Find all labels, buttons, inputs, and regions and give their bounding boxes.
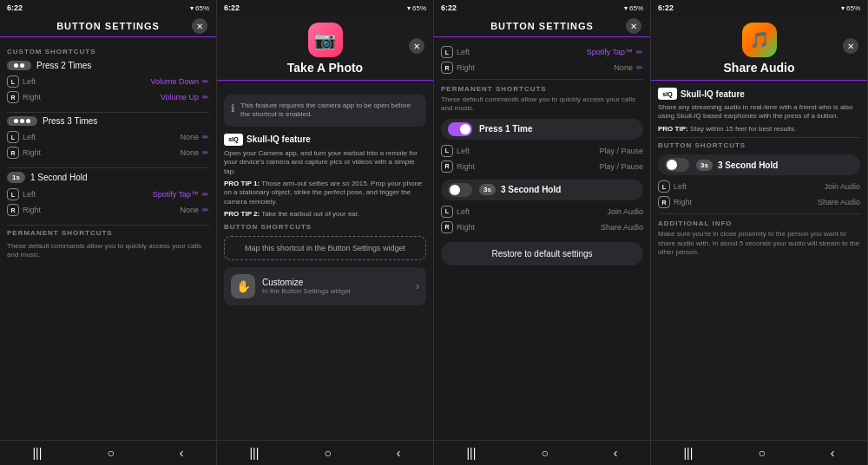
status-icons-2: ▾ 65% [407, 4, 426, 12]
bottom-nav-3: ||| ○ ‹ [434, 440, 650, 465]
hold3s-toggle-row: 3s 3 Second Hold [441, 180, 643, 200]
customize-row[interactable]: ✋ Customize In the Button Settings widge… [224, 267, 426, 305]
press3-label: Press 3 Times [43, 116, 97, 126]
edit-icon-3[interactable]: ✏ [202, 133, 209, 141]
hold3s-toggle-4[interactable] [665, 158, 689, 172]
p3-left-label: Left [457, 48, 470, 56]
nav-menu-3[interactable]: ||| [466, 446, 476, 460]
hold3s-left-badge-4: L [658, 180, 670, 193]
additional-info-text: Make sure you're in close proximity to t… [658, 230, 860, 257]
press1-left-row-p3: L Left Play / Pause [441, 143, 643, 159]
edit-icon-1[interactable]: ✏ [202, 77, 209, 86]
right-label-1: Right [23, 93, 41, 102]
perm-title-3: PERMANENT SHORTCUTS [441, 85, 643, 93]
press3-left-row[interactable]: L Left None ✏ [7, 129, 209, 145]
hold3s-right-group-p4: R Right [658, 196, 692, 208]
map-shortcut-btn[interactable]: Map this shortcut in the Button Settings… [224, 236, 426, 260]
wifi-icon-4: ▾ [841, 4, 845, 12]
feature-desc-2: Open your Camera app, and turn your earb… [224, 149, 426, 176]
wifi-icon: ▾ [190, 4, 194, 12]
hold3s-left-badge: L [441, 206, 453, 218]
press2-left-row[interactable]: L Left Volume Down ✏ [7, 74, 209, 89]
nav-home-2[interactable]: ○ [324, 446, 331, 460]
press1-right-value: Play / Pause [599, 162, 643, 171]
nav-back-2[interactable]: ‹ [397, 446, 401, 460]
status-time-2: 6:22 [224, 3, 240, 12]
status-bar-3: 6:22 ▾ 65% [434, 0, 650, 16]
nav-home-3[interactable]: ○ [541, 446, 548, 460]
close-button-4[interactable]: ✕ [843, 38, 858, 54]
press3-right-row[interactable]: R Right None ✏ [7, 145, 209, 160]
right-value-1: Volume Up [161, 93, 199, 102]
hold3s-label-4: 3 Second Hold [718, 160, 778, 170]
nav-menu-1[interactable]: ||| [32, 446, 42, 460]
panel3-title: BUTTON SETTINGS [490, 21, 594, 31]
press2-right-group: R Right [7, 91, 41, 103]
hold1s-block: 1s 1 Second Hold L Left Spotify Tap™ ✏ R… [7, 172, 209, 218]
restore-btn[interactable]: Restore to default settings [441, 242, 643, 265]
nav-home-1[interactable]: ○ [107, 446, 114, 460]
right-value-2: None [180, 148, 199, 157]
p3-right-value: None [614, 63, 633, 72]
pro-tip-4: PRO TIP: Stay within 15 feet for best re… [658, 125, 860, 134]
nav-menu-4[interactable]: ||| [683, 446, 693, 460]
edit-icon-p3-2[interactable]: ✏ [636, 63, 643, 72]
nav-back-3[interactable]: ‹ [614, 446, 618, 460]
edit-icon-6[interactable]: ✏ [202, 206, 209, 214]
hold3s-toggle-row-4: 3s 3 Second Hold [658, 154, 860, 175]
panel3-content: L Left Spotify Tap™ ✏ R Right None ✏ PER… [434, 37, 650, 440]
close-button-3[interactable]: ✕ [626, 18, 641, 34]
hold3s-left-label: Left [457, 207, 470, 216]
left-value-group-2: None ✏ [180, 133, 209, 141]
p3-left-badge: L [441, 46, 453, 58]
hold1s-icon: 1s [7, 172, 25, 183]
status-icons-1: ▾ 65% [190, 4, 209, 12]
press1-toggle[interactable] [448, 122, 472, 136]
edit-icon-p3-1[interactable]: ✏ [636, 48, 643, 56]
pro-tip1: PRO TIP 1: Those arm-out selfies are so … [224, 180, 426, 206]
close-button-1[interactable]: ✕ [192, 18, 207, 34]
skull-logo-2: sIQ [224, 134, 243, 146]
hold3s-left-group-p4: L Left [658, 180, 687, 193]
perm-shortcuts-title-1: PERMANENT SHORTCUTS [7, 229, 209, 237]
bottom-nav-1: ||| ○ ‹ [0, 440, 216, 465]
press1-right-row-p3: R Right Play / Pause [441, 159, 643, 174]
wifi-icon-3: ▾ [624, 4, 628, 12]
press1-right-badge: R [441, 160, 453, 173]
customize-text-group: Customize In the Button Settings widget [262, 278, 351, 295]
edit-icon-5[interactable]: ✏ [202, 190, 209, 199]
p3-right-row[interactable]: R Right None ✏ [441, 60, 643, 75]
divider-p3 [441, 79, 643, 80]
hold1s-right-group: R Right [7, 204, 41, 216]
panel4-content: sIQ Skull-IQ feature Share any streaming… [651, 81, 867, 440]
customize-sub: In the Button Settings widget [262, 287, 351, 295]
bottom-nav-2: ||| ○ ‹ [217, 440, 433, 465]
info-text: This feature requires the camera app to … [240, 102, 419, 120]
customize-icon: ✋ [231, 274, 255, 298]
hold3s-left-value: Join Audio [607, 207, 643, 216]
status-bar-4: 6:22 ▾ 65% [651, 0, 867, 16]
edit-icon-2[interactable]: ✏ [202, 93, 209, 102]
hold1s-left-row[interactable]: L Left Spotify Tap™ ✏ [7, 187, 209, 202]
close-button-2[interactable]: ✕ [409, 38, 424, 54]
edit-icon-4[interactable]: ✏ [202, 148, 209, 157]
right-badge-3: R [7, 204, 19, 216]
divider-2 [7, 167, 209, 168]
left-value-3: Spotify Tap™ [153, 190, 199, 199]
dot5 [26, 119, 30, 123]
hold1s-right-row[interactable]: R Right None ✏ [7, 202, 209, 218]
p3-left-row[interactable]: L Left Spotify Tap™ ✏ [441, 44, 643, 60]
panel4-header: 🎵 Share Audio ✕ [651, 16, 867, 81]
nav-back-1[interactable]: ‹ [180, 446, 184, 460]
hold-circle-4 [667, 160, 677, 170]
panel-share-audio: 6:22 ▾ 65% 🎵 Share Audio ✕ sIQ Skull-IQ … [651, 0, 868, 465]
battery-3: 65% [629, 4, 643, 12]
panel2-header: 📷 Take A Photo ✕ [217, 16, 433, 81]
nav-home-4[interactable]: ○ [758, 446, 765, 460]
hold3s-toggle[interactable] [448, 183, 472, 197]
press3-block: Press 3 Times L Left None ✏ R Right Non [7, 116, 209, 160]
press2-right-row[interactable]: R Right Volume Up ✏ [7, 89, 209, 105]
perm-desc-1: These default commands allow you to quic… [7, 242, 209, 260]
nav-back-4[interactable]: ‹ [831, 446, 835, 460]
nav-menu-2[interactable]: ||| [249, 446, 259, 460]
